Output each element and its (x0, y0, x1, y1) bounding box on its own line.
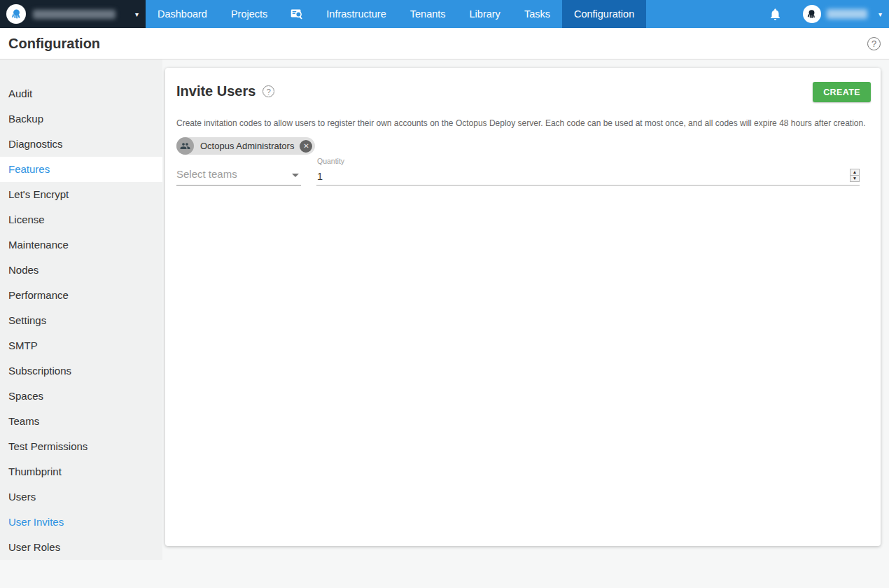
dropdown-arrow-icon (292, 174, 299, 177)
chip-close-icon[interactable]: ✕ (300, 140, 312, 153)
top-navbar: ▾ Dashboard Projects Infrastructure Tena… (0, 0, 889, 28)
stepper-up-icon[interactable]: ▲ (850, 169, 859, 176)
nav-item-configuration[interactable]: Configuration (562, 0, 646, 28)
nav-item-library[interactable]: Library (458, 0, 512, 28)
sidebar-item-users[interactable]: Users (0, 484, 162, 510)
octopus-logo-icon (6, 4, 26, 24)
sidebar-item-subscriptions[interactable]: Subscriptions (0, 358, 162, 384)
notifications-bell-icon[interactable] (759, 8, 792, 21)
page-header: Configuration ? (0, 28, 889, 59)
select-teams-placeholder: Select teams (176, 168, 237, 180)
sidebar-item-maintenance[interactable]: Maintenance (0, 232, 162, 258)
sidebar-item-features[interactable]: Features (0, 157, 162, 182)
nav-item-tasks[interactable]: Tasks (512, 0, 562, 28)
group-people-icon (176, 137, 194, 155)
nav-item-projects[interactable]: Projects (219, 0, 279, 28)
nav-item-tenants[interactable]: Tenants (398, 0, 458, 28)
user-avatar-octopus-icon (803, 5, 821, 23)
sidebar-item-nodes[interactable]: Nodes (0, 258, 162, 283)
quantity-label: Quantity (317, 157, 344, 165)
sidebar-item-performance[interactable]: Performance (0, 283, 162, 308)
space-name-blurred (33, 10, 115, 19)
page-title: Configuration (8, 36, 100, 52)
sidebar-item-audit[interactable]: Audit (0, 81, 162, 106)
quantity-stepper: ▲ ▼ (850, 169, 860, 182)
content-area: Audit Backup Diagnostics Features Let's … (0, 59, 889, 587)
sidebar-item-license[interactable]: License (0, 207, 162, 232)
search-icon[interactable] (279, 0, 314, 28)
create-button[interactable]: CREATE (813, 82, 871, 102)
chevron-down-icon: ▾ (878, 10, 882, 18)
user-name-blurred (827, 9, 867, 19)
quantity-input[interactable] (317, 171, 846, 182)
sidebar-item-test-permissions[interactable]: Test Permissions (0, 434, 162, 459)
team-chip-label: Octopus Administrators (200, 141, 294, 151)
invite-users-description: Create invitation codes to allow users t… (176, 118, 869, 128)
main-navigation: Dashboard Projects Infrastructure Tenant… (146, 0, 646, 28)
sidebar-item-user-roles[interactable]: User Roles (0, 535, 162, 560)
sidebar-item-backup[interactable]: Backup (0, 106, 162, 132)
sidebar-item-teams[interactable]: Teams (0, 409, 162, 434)
chevron-down-icon: ▾ (135, 10, 139, 18)
team-chip[interactable]: Octopus Administrators ✕ (176, 137, 315, 155)
sidebar-item-settings[interactable]: Settings (0, 308, 162, 333)
navbar-right: ▾ (759, 0, 889, 28)
sidebar-item-thumbprint[interactable]: Thumbprint (0, 459, 162, 484)
select-teams-dropdown[interactable]: Select teams (176, 156, 301, 186)
sidebar-item-spaces[interactable]: Spaces (0, 384, 162, 409)
invite-users-help-icon[interactable]: ? (262, 85, 274, 97)
card-title: Invite Users (176, 83, 255, 99)
configuration-sidebar: Audit Backup Diagnostics Features Let's … (0, 59, 162, 560)
nav-item-infrastructure[interactable]: Infrastructure (314, 0, 398, 28)
sidebar-item-diagnostics[interactable]: Diagnostics (0, 132, 162, 157)
invite-users-card: Invite Users ? CREATE Create invitation … (165, 68, 881, 546)
invite-form-row: Select teams Quantity ▲ ▼ (176, 156, 860, 186)
space-switcher[interactable]: ▾ (0, 0, 146, 28)
stepper-down-icon[interactable]: ▼ (850, 176, 859, 181)
selected-teams-row: Octopus Administrators ✕ (176, 137, 869, 155)
user-account-menu[interactable]: ▾ (803, 5, 882, 23)
sidebar-item-smtp[interactable]: SMTP (0, 333, 162, 358)
page-help-icon[interactable]: ? (867, 37, 881, 50)
quantity-field: Quantity ▲ ▼ (316, 156, 860, 186)
sidebar-item-user-invites[interactable]: User Invites (0, 510, 162, 535)
sidebar-item-lets-encrypt[interactable]: Let's Encrypt (0, 182, 162, 207)
nav-item-dashboard[interactable]: Dashboard (146, 0, 219, 28)
